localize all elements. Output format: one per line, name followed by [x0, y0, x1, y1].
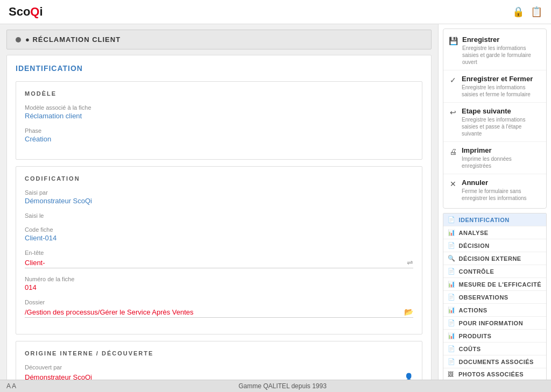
- nav-icon-8: 📄: [448, 319, 456, 326]
- action-icon-1: ✓: [449, 76, 457, 84]
- phase-field-label: Phase: [25, 127, 413, 134]
- en-tete-value: Client-: [25, 259, 407, 267]
- nav-label-6: OBSERVATIONS: [459, 294, 508, 301]
- nav-item-documents-associés[interactable]: 📄 DOCUMENTS ASSOCIÉS: [443, 355, 546, 368]
- nav-item-analyse[interactable]: 📊 ANALYSE: [443, 226, 546, 239]
- decouvert-par-label: Découvert par: [25, 364, 413, 370]
- logo: ScoQi: [9, 5, 43, 19]
- action-item-4[interactable]: ✕ Annuler Ferme le formulaire sans enreg…: [443, 174, 546, 206]
- nav-item-décision[interactable]: 📄 DÉCISION: [443, 239, 546, 252]
- action-item-1[interactable]: ✓ Enregistrer et Fermer Enregistre les i…: [443, 70, 546, 103]
- nav-icon-2: 📄: [448, 242, 456, 249]
- nav-item-produits[interactable]: 📊 PRODUITS: [443, 330, 546, 343]
- dossier-input[interactable]: /Gestion des processus/Gérer le Service …: [25, 307, 413, 318]
- code-fiche-label: Code fiche: [25, 226, 413, 233]
- action-title-4: Annuler: [462, 179, 541, 187]
- form-card: IDENTIFICATION MODÈLE Modèle associé à l…: [6, 55, 432, 380]
- en-tete-label: En-tête: [25, 250, 413, 256]
- header: ScoQi 🔒 📋: [0, 0, 551, 24]
- dossier-label: Dossier: [25, 299, 413, 305]
- nav-item-mesure-de-l'efficacité[interactable]: 📊 MESURE DE L'EFFICACITÉ: [443, 278, 546, 291]
- nav-icon-1: 📊: [448, 229, 456, 236]
- format-icon[interactable]: ⇌: [407, 258, 413, 267]
- code-fiche-value: Client-014: [25, 234, 413, 242]
- person-icon[interactable]: 👤: [404, 373, 413, 380]
- nav-label-10: COÛTS: [459, 346, 481, 352]
- action-content-4: Annuler Ferme le formulaire sans enregis…: [462, 179, 541, 202]
- decouvert-par-field: Découvert par Démonstrateur ScoQi 👤: [25, 364, 413, 380]
- modele-block: MODÈLE Modèle associé à la fiche Réclama…: [16, 81, 422, 160]
- nav-label-12: PHOTOS ASSOCIÉES: [458, 371, 524, 377]
- nav-item-observations[interactable]: 📄 OBSERVATIONS: [443, 291, 546, 304]
- nav-item-actions[interactable]: 📊 ACTIONS: [443, 304, 546, 317]
- modele-field: Modèle associé à la fiche Réclamation cl…: [25, 104, 413, 120]
- saisi-le-label: Saisi le: [25, 212, 413, 219]
- footer-font-controls[interactable]: A A: [2, 382, 16, 390]
- nav-icon-5: 📊: [448, 281, 456, 288]
- nav-list: 📄 IDENTIFICATION 📊 ANALYSE 📄 DÉCISION 🔍 …: [443, 213, 547, 380]
- nav-icon-12: 🖼: [448, 371, 455, 377]
- header-icons: 🔒 📋: [512, 6, 542, 18]
- nav-icon-11: 📄: [448, 358, 456, 365]
- action-content-1: Enregistrer et Fermer Enregistre les inf…: [462, 75, 541, 98]
- main-layout: ● RÉCLAMATION CLIENT IDENTIFICATION MODÈ…: [0, 24, 551, 380]
- footer: A A Gamme QALITEL depuis 1993: [0, 380, 551, 392]
- nav-label-7: ACTIONS: [459, 307, 488, 313]
- numero-label: Numéro de la fiche: [25, 276, 413, 282]
- nav-label-8: POUR INFORMATION: [459, 320, 524, 326]
- nav-item-contrôle[interactable]: 📄 CONTRÔLE: [443, 265, 546, 278]
- lock-icon[interactable]: 🔒: [512, 6, 524, 18]
- nav-label-3: DÉCISION EXTERNE: [459, 255, 521, 262]
- code-fiche-field: Code fiche Client-014: [25, 226, 413, 242]
- title-bar: ● RÉCLAMATION CLIENT: [6, 30, 432, 49]
- origine-block-label: ORIGINE INTERNE / DÉCOUVERTE: [25, 350, 413, 357]
- center-content: ● RÉCLAMATION CLIENT IDENTIFICATION MODÈ…: [0, 24, 438, 380]
- action-icon-3: 🖨: [449, 147, 457, 156]
- nav-item-décision-externe[interactable]: 🔍 DÉCISION EXTERNE: [443, 252, 546, 265]
- numero-field: Numéro de la fiche 014: [25, 276, 413, 291]
- modele-field-label: Modèle associé à la fiche: [25, 104, 413, 111]
- footer-text: Gamme QALITEL depuis 1993: [238, 382, 327, 390]
- nav-label-2: DÉCISION: [459, 243, 490, 249]
- nav-icon-6: 📄: [448, 294, 456, 301]
- decouvert-par-value: Démonstrateur ScoQi: [25, 373, 404, 380]
- action-item-2[interactable]: ↩ Etape suivante Enregistre les informat…: [443, 103, 546, 142]
- action-icon-4: ✕: [449, 180, 457, 188]
- clipboard-icon[interactable]: 📋: [531, 6, 542, 18]
- origine-block: ORIGINE INTERNE / DÉCOUVERTE Découvert p…: [16, 341, 422, 380]
- action-desc-3: Imprime les données enregistrées: [462, 155, 541, 169]
- status-dot: [16, 37, 21, 42]
- action-item-0[interactable]: 💾 Enregistrer Enregistre les information…: [443, 31, 546, 70]
- form-title: ● RÉCLAMATION CLIENT: [25, 35, 121, 44]
- en-tete-field: En-tête Client- ⇌: [25, 250, 413, 268]
- section-identification-title: IDENTIFICATION: [16, 64, 422, 73]
- action-title-0: Enregistrer: [462, 35, 541, 44]
- phase-field: Phase Création: [25, 127, 413, 143]
- decouvert-par-input[interactable]: Démonstrateur ScoQi 👤: [25, 372, 413, 380]
- modele-field-value: Réclamation client: [25, 112, 413, 120]
- nav-icon-3: 🔍: [448, 255, 456, 262]
- saisi-par-field: Saisi par Démonstrateur ScoQi: [25, 189, 413, 205]
- action-title-1: Enregistrer et Fermer: [462, 75, 541, 83]
- folder-icon[interactable]: 📂: [404, 308, 413, 316]
- action-desc-4: Ferme le formulaire sans enregistrer les…: [462, 188, 541, 202]
- nav-item-pour-information[interactable]: 📄 POUR INFORMATION: [443, 317, 546, 330]
- nav-item-photos-associées[interactable]: 🖼 PHOTOS ASSOCIÉES: [443, 368, 546, 380]
- action-title-2: Etape suivante: [462, 107, 541, 115]
- nav-item-coûts[interactable]: 📄 COÛTS: [443, 343, 546, 355]
- numero-value: 014: [25, 283, 413, 291]
- nav-label-4: CONTRÔLE: [459, 268, 495, 275]
- logo-accent: Q: [30, 5, 39, 18]
- action-menu: 💾 Enregistrer Enregistre les information…: [443, 28, 547, 209]
- nav-icon-7: 📊: [448, 307, 456, 313]
- nav-item-identification[interactable]: 📄 IDENTIFICATION: [443, 213, 546, 226]
- saisi-par-label: Saisi par: [25, 189, 413, 196]
- action-item-3[interactable]: 🖨 Imprimer Imprime les données enregistr…: [443, 142, 546, 174]
- action-content-3: Imprimer Imprime les données enregistrée…: [462, 146, 541, 169]
- action-icon-2: ↩: [449, 108, 457, 117]
- action-content-0: Enregistrer Enregistre les informations …: [462, 35, 541, 66]
- saisi-par-value: Démonstrateur ScoQi: [25, 197, 413, 205]
- nav-icon-0: 📄: [448, 216, 456, 223]
- en-tete-input[interactable]: Client- ⇌: [25, 257, 413, 268]
- nav-icon-10: 📄: [448, 345, 456, 352]
